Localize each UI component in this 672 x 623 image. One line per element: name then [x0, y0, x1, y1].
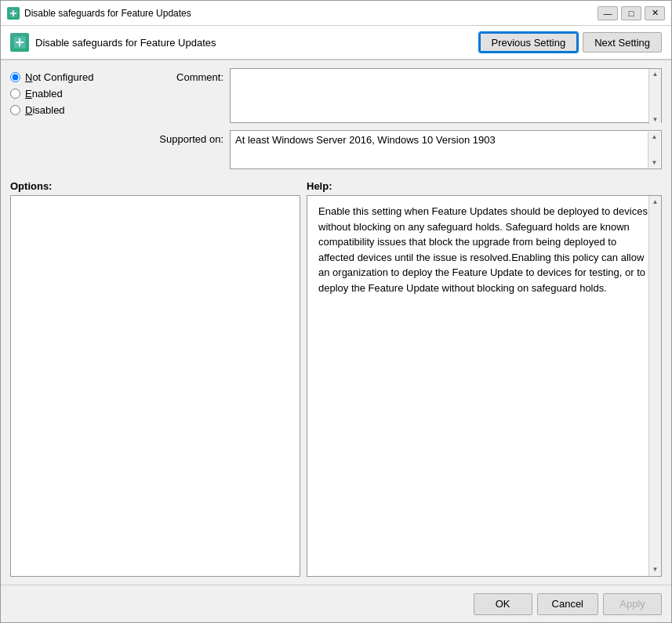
- footer: OK Cancel Apply: [1, 585, 671, 622]
- title-bar-left: Disable safeguards for Feature Updates: [7, 7, 191, 20]
- radio-disabled-input[interactable]: [10, 105, 20, 115]
- form-right: Comment: ▲ ▼ Supported on: At least: [145, 68, 662, 169]
- radio-not-configured[interactable]: Not Configured: [10, 71, 136, 83]
- window-icon: [7, 7, 20, 20]
- supported-scroll-up[interactable]: ▲: [652, 133, 658, 140]
- comment-field-row: Comment: ▲ ▼: [145, 68, 662, 125]
- radio-enabled[interactable]: Enabled: [10, 88, 136, 100]
- help-header: Help:: [307, 180, 662, 192]
- supported-field-row: Supported on: At least Windows Server 20…: [145, 130, 662, 169]
- options-box: [10, 195, 300, 577]
- title-bar-controls: — □ ✕: [598, 6, 665, 20]
- supported-wrapper: At least Windows Server 2016, Windows 10…: [230, 130, 662, 169]
- header-buttons: Previous Setting Next Setting: [479, 32, 663, 53]
- options-header: Options:: [10, 180, 300, 192]
- header-title: Disable safeguards for Feature Updates: [35, 37, 216, 49]
- supported-value-box: At least Windows Server 2016, Windows 10…: [230, 130, 662, 169]
- minimize-button[interactable]: —: [598, 6, 618, 20]
- comment-textarea[interactable]: [230, 68, 662, 123]
- help-scrollbar: ▲ ▼: [648, 196, 661, 576]
- help-scroll-up[interactable]: ▲: [652, 197, 659, 207]
- main-window: Disable safeguards for Feature Updates —…: [0, 0, 672, 623]
- comment-scroll-up[interactable]: ▲: [652, 71, 659, 78]
- supported-scroll-down[interactable]: ▼: [652, 159, 658, 166]
- supported-value: At least Windows Server 2016, Windows 10…: [235, 134, 496, 146]
- radio-not-configured-input[interactable]: [10, 72, 20, 82]
- comment-label: Comment:: [145, 68, 223, 83]
- ok-button[interactable]: OK: [474, 593, 532, 615]
- close-button[interactable]: ✕: [645, 6, 665, 20]
- header-icon: [10, 33, 29, 52]
- help-text: Enable this setting when Feature Updates…: [318, 205, 648, 294]
- next-setting-button[interactable]: Next Setting: [583, 32, 662, 53]
- help-box: Enable this setting when Feature Updates…: [307, 195, 662, 577]
- comment-scroll-down[interactable]: ▼: [652, 116, 659, 123]
- help-scroll-down[interactable]: ▼: [652, 565, 659, 574]
- options-panel: Options:: [10, 180, 300, 577]
- top-form: Not Configured Enabled Disabled Comment:: [10, 68, 662, 169]
- radio-enabled-input[interactable]: [10, 89, 20, 99]
- comment-input-wrapper: ▲ ▼: [230, 68, 662, 125]
- radio-not-configured-label: Not Configured: [25, 71, 93, 83]
- radio-disabled-label: Disabled: [25, 104, 65, 116]
- previous-setting-button[interactable]: Previous Setting: [479, 32, 579, 53]
- comment-scrollbar: ▲ ▼: [648, 69, 661, 125]
- radio-group: Not Configured Enabled Disabled: [10, 68, 136, 169]
- bottom-section: Options: Help: Enable this setting when …: [10, 180, 662, 577]
- apply-button[interactable]: Apply: [603, 593, 662, 615]
- supported-label: Supported on:: [145, 130, 223, 145]
- header-row: Disable safeguards for Feature Updates P…: [1, 26, 671, 60]
- content-area: Not Configured Enabled Disabled Comment:: [1, 60, 671, 585]
- maximize-button[interactable]: □: [621, 6, 641, 20]
- cancel-button[interactable]: Cancel: [537, 593, 598, 615]
- header-left: Disable safeguards for Feature Updates: [10, 33, 216, 52]
- supported-scrollbar: ▲ ▼: [648, 132, 660, 168]
- title-bar: Disable safeguards for Feature Updates —…: [1, 1, 671, 26]
- help-panel: Help: Enable this setting when Feature U…: [307, 180, 662, 577]
- window-title: Disable safeguards for Feature Updates: [24, 8, 191, 19]
- radio-enabled-label: Enabled: [25, 88, 63, 100]
- radio-disabled[interactable]: Disabled: [10, 104, 136, 116]
